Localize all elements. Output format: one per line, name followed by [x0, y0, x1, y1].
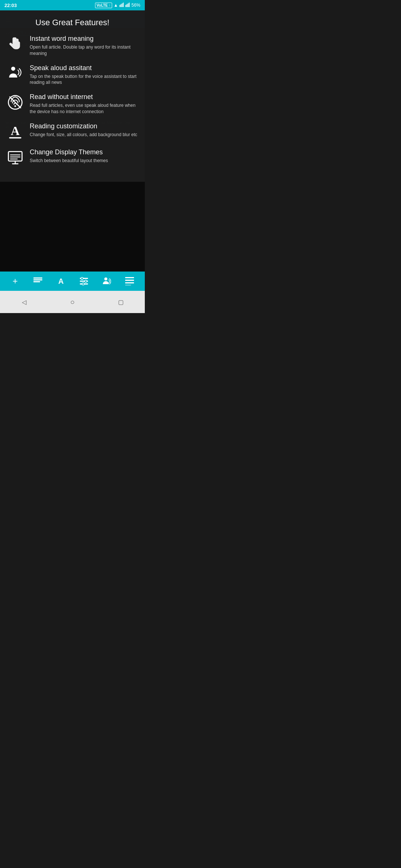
recent-button[interactable]: ▢ [110, 295, 132, 309]
feature-desc-reading-custom: Change font, size, all colours, add back… [30, 132, 139, 138]
touch-icon [6, 35, 25, 53]
feature-title-instant-word: Instant word meaning [30, 35, 139, 43]
no-wifi-icon [6, 93, 25, 112]
feature-item-reading-custom: A Reading customization Change font, siz… [6, 122, 139, 141]
feature-item-read-offline: Read without internet Read full articles… [6, 93, 139, 115]
svg-rect-14 [9, 137, 22, 138]
status-icons: VoLTE ↑ ▲ 56% [95, 2, 140, 9]
features-modal: Use Great Features! Instant word meaning… [0, 10, 145, 182]
feature-title-reading-custom: Reading customization [30, 122, 139, 130]
feature-desc-instant-word: Open full article. Double tap any word f… [30, 44, 139, 57]
feature-text-display-themes: Change Display Themes Switch between bea… [30, 148, 139, 164]
svg-point-27 [81, 277, 83, 280]
status-time: 22:03 [4, 3, 17, 8]
wifi-icon: ▲ [114, 3, 118, 8]
svg-rect-5 [127, 4, 127, 7]
feature-title-speak-aloud: Speak aloud assitant [30, 64, 139, 72]
svg-rect-4 [125, 5, 126, 7]
svg-point-11 [14, 105, 16, 107]
list-button[interactable] [123, 274, 136, 288]
svg-rect-21 [33, 277, 42, 279]
feature-item-instant-word: Instant word meaning Open full article. … [6, 35, 139, 57]
svg-point-8 [13, 40, 16, 42]
svg-rect-2 [122, 3, 123, 7]
signal-icon-2 [125, 2, 130, 9]
speak-icon [6, 64, 25, 83]
svg-point-9 [11, 66, 15, 70]
feature-text-speak-aloud: Speak aloud assitant Tap on the speak bu… [30, 64, 139, 86]
add-button[interactable]: + [9, 274, 22, 288]
feature-text-reading-custom: Reading customization Change font, size,… [30, 122, 139, 138]
back-button[interactable]: ◁ [13, 295, 35, 309]
feature-title-read-offline: Read without internet [30, 93, 139, 101]
svg-point-28 [85, 280, 87, 282]
battery-indicator: 56% [131, 3, 140, 8]
svg-rect-0 [120, 5, 120, 7]
modal-title: Use Great Features! [6, 18, 139, 27]
feature-desc-display-themes: Switch between beautiful layout themes [30, 158, 139, 164]
svg-rect-7 [129, 3, 130, 7]
svg-rect-3 [123, 3, 124, 7]
svg-point-29 [82, 283, 84, 285]
speak-button[interactable] [100, 274, 113, 288]
volte-icon: VoLTE ↑ [95, 3, 112, 8]
status-bar: 22:03 VoLTE ↑ ▲ 56% [0, 0, 145, 10]
svg-text:A: A [11, 124, 20, 138]
feature-desc-read-offline: Read full articles, even use speak aloud… [30, 102, 139, 115]
svg-rect-34 [125, 285, 131, 285]
svg-rect-15 [9, 151, 22, 161]
feature-text-read-offline: Read without internet Read full articles… [30, 93, 139, 115]
bottom-toolbar: + A [0, 272, 145, 291]
feature-item-speak-aloud: Speak aloud assitant Tap on the speak bu… [6, 64, 139, 86]
feature-title-display-themes: Change Display Themes [30, 148, 139, 156]
text-format-icon: A [6, 122, 25, 141]
feature-desc-speak-aloud: Tap on the speak button for the voice as… [30, 73, 139, 86]
svg-point-30 [104, 277, 107, 280]
font-button[interactable]: A [54, 274, 68, 288]
display-icon [6, 148, 25, 167]
svg-rect-6 [128, 3, 128, 7]
feature-text-instant-word: Instant word meaning Open full article. … [30, 35, 139, 57]
home-button[interactable]: ○ [61, 295, 84, 309]
reading-mode-button[interactable] [31, 274, 45, 288]
svg-rect-32 [125, 280, 134, 281]
svg-rect-22 [33, 279, 42, 280]
feature-item-display-themes: Change Display Themes Switch between bea… [6, 148, 139, 167]
svg-rect-23 [33, 281, 40, 282]
nav-bar: ◁ ○ ▢ [0, 291, 145, 313]
svg-rect-31 [125, 277, 134, 278]
svg-rect-1 [121, 4, 121, 7]
signal-icon-1 [120, 2, 124, 9]
settings-button[interactable] [77, 274, 91, 288]
svg-rect-33 [125, 282, 134, 283]
